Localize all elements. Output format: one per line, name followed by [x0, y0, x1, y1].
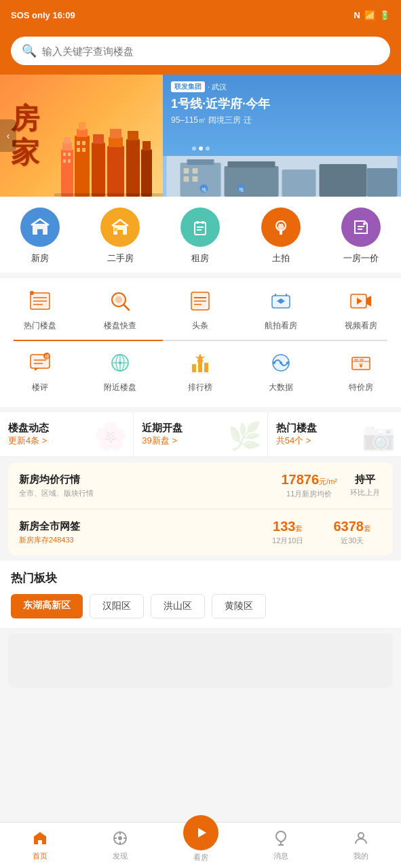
banner-prev-arrow[interactable]: ‹	[0, 119, 16, 152]
sub-cat-nearby[interactable]: 附近楼盘	[86, 348, 154, 393]
cat-one-price[interactable]: 一房一价	[341, 208, 381, 264]
sub-cat-headlines-label: 头条	[192, 320, 208, 332]
banner-left[interactable]: 房 家	[0, 75, 163, 197]
city-sign-row[interactable]: 新房全市网签 新房库存248433 133套 12月10日 6378套 近30天	[8, 509, 393, 555]
cat-new-house[interactable]: 新房	[20, 208, 60, 264]
status-bar: SOS only 16:09 N 📶 🔋	[0, 0, 401, 30]
dot-2	[199, 146, 203, 151]
sub-cat-quick-check[interactable]: 楼盘快查	[86, 286, 154, 332]
watch-center-btn[interactable]	[183, 815, 218, 850]
cat-one-price-icon	[341, 208, 381, 247]
block-tab-donghu[interactable]: 东湖高新区	[11, 594, 83, 618]
hot-blocks-section: 热门板块 东湖高新区 汉阳区 洪山区 黄陵区	[0, 561, 401, 628]
svg-rect-11	[126, 139, 140, 197]
svg-point-62	[115, 296, 122, 303]
banner-right[interactable]: 联发集团 · 武汉 1号线·近学府·今年 95–115㎡ 阔境三房 迁	[163, 75, 401, 197]
stat-building-news[interactable]: 楼盘动态 更新4条 > 🌸	[0, 412, 134, 456]
city-sign-today: 133套 12月10日	[272, 519, 303, 546]
banner: ‹ 房 家	[0, 75, 401, 197]
avg-price-left: 新房均价行情 全市、区域、版块行情	[19, 473, 270, 498]
block-tab-hongshan[interactable]: 洪山区	[151, 594, 205, 618]
block-tab-huangling[interactable]: 黄陵区	[212, 594, 266, 618]
svg-rect-44	[114, 228, 117, 231]
nav-mine[interactable]: 我的	[321, 830, 401, 861]
sub-cat-bigdata[interactable]: 大数据	[247, 348, 315, 393]
sub-cat-ranking[interactable]: 排行榜	[166, 348, 234, 393]
sub-cat-reviews-icon: 楼	[25, 348, 55, 378]
sub-cat-special-price[interactable]: ¥ 特价房	[327, 348, 395, 393]
svg-text:地: 地	[238, 187, 244, 192]
sub-cat-bigdata-icon	[266, 348, 296, 378]
banner-building-preview: 地 地	[163, 156, 401, 197]
svg-rect-13	[141, 149, 152, 197]
svg-rect-48	[197, 226, 204, 228]
banner-subtitle: 95–115㎡ 阔境三房 迁	[171, 115, 393, 126]
avg-price-value: 17876	[281, 472, 319, 487]
sub-cat-headlines[interactable]: 头条	[166, 286, 234, 332]
discover-icon	[112, 830, 128, 849]
sub-cat-quick-label: 楼盘快查	[104, 320, 136, 332]
svg-rect-29	[282, 170, 316, 197]
avg-price-desc: 11月新房均价	[281, 489, 337, 499]
cat-new-house-icon	[20, 208, 60, 247]
nav-watch[interactable]: 看房	[160, 829, 240, 863]
svg-rect-94	[360, 359, 364, 361]
svg-rect-2	[64, 137, 71, 144]
stat-hot-buildings[interactable]: 热门楼盘 共54个 > 📷	[268, 412, 401, 456]
search-input[interactable]	[42, 45, 379, 57]
svg-rect-8	[107, 146, 124, 197]
sub-cat-hot-buildings[interactable]: 热门楼盘	[6, 286, 74, 332]
svg-line-61	[124, 305, 129, 310]
hot-blocks-title: 热门板块	[11, 570, 390, 586]
banner-title: 1号线·近学府·今年	[171, 96, 393, 112]
block-tab-hanyang[interactable]: 汉阳区	[90, 594, 144, 618]
city-sign-unit2: 套	[364, 524, 371, 532]
city-sign-6378: 6378	[334, 519, 364, 534]
avg-price-title: 新房均价行情	[19, 473, 270, 486]
stat-recent-open-icon: 🌿	[228, 420, 262, 452]
sub-cat-aerial-label: 航拍看房	[265, 320, 297, 332]
banner-brand: 联发集团 · 武汉	[171, 81, 393, 92]
sub-cat-reviews[interactable]: 楼 楼评	[6, 348, 74, 393]
nav-discover[interactable]: 发现	[80, 830, 160, 861]
dot-1	[192, 146, 196, 151]
nav-message[interactable]: 消息	[241, 830, 321, 861]
svg-rect-23	[54, 193, 163, 197]
stat-hot-buildings-icon: 📷	[362, 420, 396, 452]
cat-second-house[interactable]: 二手房	[100, 208, 140, 264]
stat-building-news-icon: 🌸	[94, 420, 128, 452]
stat-recent-open[interactable]: 近期开盘 39新盘 > 🌿	[134, 412, 267, 456]
bottom-nav: 首页 发现 看房	[0, 822, 401, 868]
sub-cat-aerial[interactable]: 航拍看房	[247, 286, 315, 332]
sub-cats-row-1: 热门楼盘 楼盘快查 头条	[0, 286, 401, 332]
search-input-wrap[interactable]: 🔍	[11, 37, 390, 65]
signal-icon: 📶	[364, 10, 375, 20]
svg-rect-32	[184, 168, 189, 174]
svg-rect-33	[193, 168, 198, 174]
svg-rect-7	[93, 134, 104, 144]
search-icon: 🔍	[22, 43, 37, 58]
city-sign-month: 6378套 近30天	[334, 519, 372, 546]
svg-point-89	[280, 361, 282, 364]
message-icon	[273, 830, 289, 849]
cat-land-icon	[261, 208, 301, 247]
stats-row: 楼盘动态 更新4条 > 🌸 近期开盘 39新盘 > 🌿 热门楼盘 共54个 > …	[0, 412, 401, 457]
svg-rect-46	[196, 221, 199, 224]
svg-rect-0	[61, 149, 73, 197]
sub-cat-nearby-label: 附近楼盘	[104, 382, 136, 393]
svg-point-81	[119, 361, 121, 364]
sub-cat-video[interactable]: 视频看房	[327, 286, 395, 332]
sub-cats-row-2: 楼 楼评 附近楼盘	[0, 348, 401, 393]
nav-mine-label: 我的	[354, 851, 368, 861]
cat-rent[interactable]: 租房	[180, 208, 220, 264]
sub-cat-ranking-icon	[185, 348, 215, 378]
svg-rect-20	[82, 141, 85, 145]
banner-dots	[192, 146, 210, 151]
dot-3	[206, 146, 210, 151]
city-sign-month-num: 6378套	[334, 519, 372, 534]
nav-home[interactable]: 首页	[0, 830, 80, 861]
sub-cat-hot-label: 热门楼盘	[24, 320, 56, 332]
svg-point-59	[30, 291, 34, 295]
cat-land[interactable]: 土拍	[261, 208, 301, 264]
avg-price-row[interactable]: 新房均价行情 全市、区域、版块行情 17876元/m² 11月新房均价 持平 环…	[8, 462, 393, 509]
